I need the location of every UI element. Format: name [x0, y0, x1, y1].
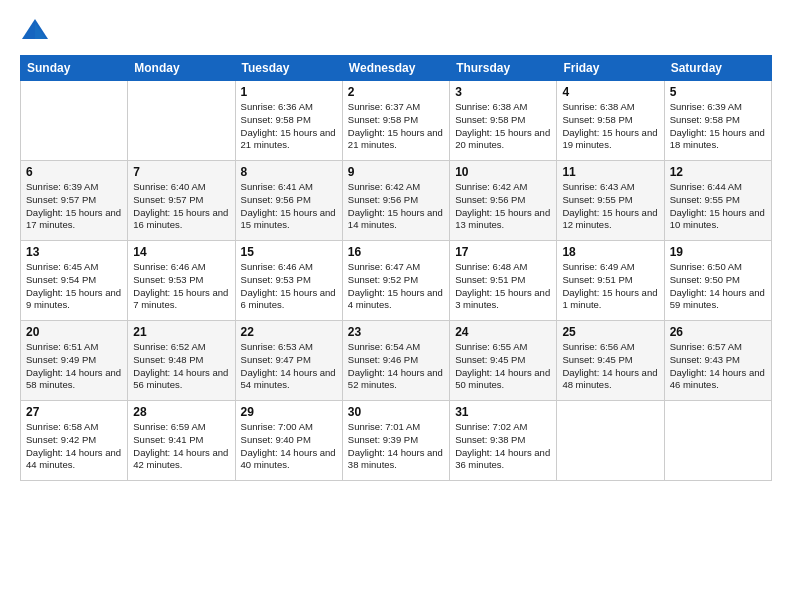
day-info: Sunrise: 6:37 AM Sunset: 9:58 PM Dayligh…: [348, 101, 444, 152]
day-info: Sunrise: 6:55 AM Sunset: 9:45 PM Dayligh…: [455, 341, 551, 392]
day-number: 19: [670, 245, 766, 259]
day-number: 29: [241, 405, 337, 419]
day-info: Sunrise: 6:36 AM Sunset: 9:58 PM Dayligh…: [241, 101, 337, 152]
day-info: Sunrise: 6:46 AM Sunset: 9:53 PM Dayligh…: [241, 261, 337, 312]
calendar-cell: 17Sunrise: 6:48 AM Sunset: 9:51 PM Dayli…: [450, 241, 557, 321]
calendar-header-wednesday: Wednesday: [342, 56, 449, 81]
header: [20, 15, 772, 45]
day-info: Sunrise: 6:58 AM Sunset: 9:42 PM Dayligh…: [26, 421, 122, 472]
day-number: 13: [26, 245, 122, 259]
day-info: Sunrise: 6:38 AM Sunset: 9:58 PM Dayligh…: [455, 101, 551, 152]
calendar-cell: 18Sunrise: 6:49 AM Sunset: 9:51 PM Dayli…: [557, 241, 664, 321]
calendar-header-saturday: Saturday: [664, 56, 771, 81]
day-number: 9: [348, 165, 444, 179]
day-number: 16: [348, 245, 444, 259]
day-number: 27: [26, 405, 122, 419]
calendar-cell: 11Sunrise: 6:43 AM Sunset: 9:55 PM Dayli…: [557, 161, 664, 241]
calendar-header-sunday: Sunday: [21, 56, 128, 81]
day-info: Sunrise: 6:53 AM Sunset: 9:47 PM Dayligh…: [241, 341, 337, 392]
calendar-header-row: SundayMondayTuesdayWednesdayThursdayFrid…: [21, 56, 772, 81]
day-number: 18: [562, 245, 658, 259]
calendar-cell: 9Sunrise: 6:42 AM Sunset: 9:56 PM Daylig…: [342, 161, 449, 241]
calendar-week-4: 20Sunrise: 6:51 AM Sunset: 9:49 PM Dayli…: [21, 321, 772, 401]
day-number: 25: [562, 325, 658, 339]
day-info: Sunrise: 6:43 AM Sunset: 9:55 PM Dayligh…: [562, 181, 658, 232]
calendar-cell: 19Sunrise: 6:50 AM Sunset: 9:50 PM Dayli…: [664, 241, 771, 321]
calendar-cell: 25Sunrise: 6:56 AM Sunset: 9:45 PM Dayli…: [557, 321, 664, 401]
day-number: 22: [241, 325, 337, 339]
calendar-header-friday: Friday: [557, 56, 664, 81]
calendar-header-thursday: Thursday: [450, 56, 557, 81]
day-info: Sunrise: 6:59 AM Sunset: 9:41 PM Dayligh…: [133, 421, 229, 472]
calendar-cell: 7Sunrise: 6:40 AM Sunset: 9:57 PM Daylig…: [128, 161, 235, 241]
calendar-cell: 20Sunrise: 6:51 AM Sunset: 9:49 PM Dayli…: [21, 321, 128, 401]
day-number: 14: [133, 245, 229, 259]
day-info: Sunrise: 6:47 AM Sunset: 9:52 PM Dayligh…: [348, 261, 444, 312]
day-info: Sunrise: 6:46 AM Sunset: 9:53 PM Dayligh…: [133, 261, 229, 312]
page: SundayMondayTuesdayWednesdayThursdayFrid…: [0, 0, 792, 612]
calendar-cell: 13Sunrise: 6:45 AM Sunset: 9:54 PM Dayli…: [21, 241, 128, 321]
day-number: 30: [348, 405, 444, 419]
day-info: Sunrise: 6:41 AM Sunset: 9:56 PM Dayligh…: [241, 181, 337, 232]
day-info: Sunrise: 6:42 AM Sunset: 9:56 PM Dayligh…: [455, 181, 551, 232]
day-number: 20: [26, 325, 122, 339]
day-info: Sunrise: 6:42 AM Sunset: 9:56 PM Dayligh…: [348, 181, 444, 232]
day-number: 24: [455, 325, 551, 339]
calendar-week-2: 6Sunrise: 6:39 AM Sunset: 9:57 PM Daylig…: [21, 161, 772, 241]
day-number: 11: [562, 165, 658, 179]
calendar-cell: 26Sunrise: 6:57 AM Sunset: 9:43 PM Dayli…: [664, 321, 771, 401]
day-number: 17: [455, 245, 551, 259]
day-info: Sunrise: 6:56 AM Sunset: 9:45 PM Dayligh…: [562, 341, 658, 392]
calendar-cell: 21Sunrise: 6:52 AM Sunset: 9:48 PM Dayli…: [128, 321, 235, 401]
day-number: 1: [241, 85, 337, 99]
day-info: Sunrise: 6:48 AM Sunset: 9:51 PM Dayligh…: [455, 261, 551, 312]
calendar-cell: 6Sunrise: 6:39 AM Sunset: 9:57 PM Daylig…: [21, 161, 128, 241]
day-info: Sunrise: 6:54 AM Sunset: 9:46 PM Dayligh…: [348, 341, 444, 392]
calendar-cell: 14Sunrise: 6:46 AM Sunset: 9:53 PM Dayli…: [128, 241, 235, 321]
calendar-cell: 28Sunrise: 6:59 AM Sunset: 9:41 PM Dayli…: [128, 401, 235, 481]
calendar-cell: 31Sunrise: 7:02 AM Sunset: 9:38 PM Dayli…: [450, 401, 557, 481]
calendar-cell: 27Sunrise: 6:58 AM Sunset: 9:42 PM Dayli…: [21, 401, 128, 481]
calendar-header-monday: Monday: [128, 56, 235, 81]
calendar-cell: 8Sunrise: 6:41 AM Sunset: 9:56 PM Daylig…: [235, 161, 342, 241]
calendar-cell: 22Sunrise: 6:53 AM Sunset: 9:47 PM Dayli…: [235, 321, 342, 401]
day-number: 28: [133, 405, 229, 419]
calendar-cell: 4Sunrise: 6:38 AM Sunset: 9:58 PM Daylig…: [557, 81, 664, 161]
calendar-cell: 30Sunrise: 7:01 AM Sunset: 9:39 PM Dayli…: [342, 401, 449, 481]
calendar-cell: [557, 401, 664, 481]
day-number: 21: [133, 325, 229, 339]
day-info: Sunrise: 7:01 AM Sunset: 9:39 PM Dayligh…: [348, 421, 444, 472]
day-number: 3: [455, 85, 551, 99]
calendar-cell: 3Sunrise: 6:38 AM Sunset: 9:58 PM Daylig…: [450, 81, 557, 161]
calendar-cell: 10Sunrise: 6:42 AM Sunset: 9:56 PM Dayli…: [450, 161, 557, 241]
calendar-cell: 23Sunrise: 6:54 AM Sunset: 9:46 PM Dayli…: [342, 321, 449, 401]
calendar-header-tuesday: Tuesday: [235, 56, 342, 81]
day-number: 26: [670, 325, 766, 339]
calendar-week-1: 1Sunrise: 6:36 AM Sunset: 9:58 PM Daylig…: [21, 81, 772, 161]
day-number: 7: [133, 165, 229, 179]
day-info: Sunrise: 6:39 AM Sunset: 9:58 PM Dayligh…: [670, 101, 766, 152]
calendar-cell: 1Sunrise: 6:36 AM Sunset: 9:58 PM Daylig…: [235, 81, 342, 161]
logo: [20, 15, 54, 45]
day-number: 8: [241, 165, 337, 179]
day-info: Sunrise: 6:50 AM Sunset: 9:50 PM Dayligh…: [670, 261, 766, 312]
day-info: Sunrise: 6:40 AM Sunset: 9:57 PM Dayligh…: [133, 181, 229, 232]
day-number: 15: [241, 245, 337, 259]
calendar-cell: 12Sunrise: 6:44 AM Sunset: 9:55 PM Dayli…: [664, 161, 771, 241]
day-info: Sunrise: 7:00 AM Sunset: 9:40 PM Dayligh…: [241, 421, 337, 472]
calendar-cell: 24Sunrise: 6:55 AM Sunset: 9:45 PM Dayli…: [450, 321, 557, 401]
day-info: Sunrise: 6:39 AM Sunset: 9:57 PM Dayligh…: [26, 181, 122, 232]
day-number: 4: [562, 85, 658, 99]
day-number: 6: [26, 165, 122, 179]
day-number: 5: [670, 85, 766, 99]
day-number: 23: [348, 325, 444, 339]
day-info: Sunrise: 6:45 AM Sunset: 9:54 PM Dayligh…: [26, 261, 122, 312]
calendar-week-3: 13Sunrise: 6:45 AM Sunset: 9:54 PM Dayli…: [21, 241, 772, 321]
calendar-cell: 2Sunrise: 6:37 AM Sunset: 9:58 PM Daylig…: [342, 81, 449, 161]
day-number: 12: [670, 165, 766, 179]
calendar-cell: [664, 401, 771, 481]
calendar-cell: 29Sunrise: 7:00 AM Sunset: 9:40 PM Dayli…: [235, 401, 342, 481]
calendar: SundayMondayTuesdayWednesdayThursdayFrid…: [20, 55, 772, 481]
calendar-week-5: 27Sunrise: 6:58 AM Sunset: 9:42 PM Dayli…: [21, 401, 772, 481]
day-info: Sunrise: 6:44 AM Sunset: 9:55 PM Dayligh…: [670, 181, 766, 232]
